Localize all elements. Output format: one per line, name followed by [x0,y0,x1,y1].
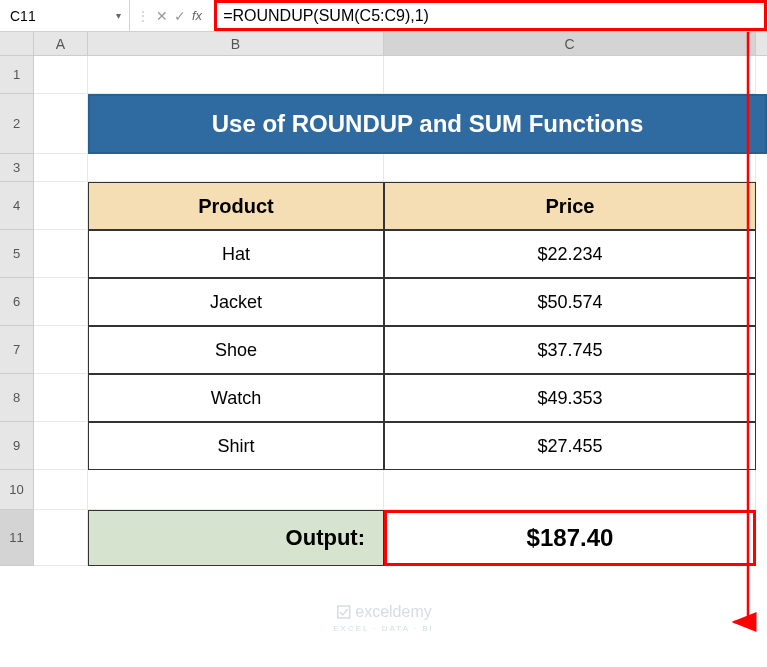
separator-icon: ⋮ [136,8,150,24]
row-2: 2 Use of ROUNDUP and SUM Functions [0,94,767,154]
cell-a11[interactable] [34,510,88,566]
product-name: Jacket [210,292,262,313]
header-product[interactable]: Product [88,182,384,230]
product-name: Watch [211,388,261,409]
cell-a4[interactable] [34,182,88,230]
row-9: 9 Shirt $27.455 [0,422,767,470]
row-header-8[interactable]: 8 [0,374,34,422]
cell-product-4[interactable]: Shirt [88,422,384,470]
row-8: 8 Watch $49.353 [0,374,767,422]
formula-text: =ROUNDUP(SUM(C5:C9),1) [223,7,429,25]
row-3: 3 [0,154,767,182]
header-price-text: Price [546,195,595,218]
accept-icon[interactable]: ✓ [174,8,186,24]
col-header-a[interactable]: A [34,32,88,55]
watermark: exceldemy [335,603,431,621]
cell-price-4[interactable]: $27.455 [384,422,756,470]
row-header-7[interactable]: 7 [0,326,34,374]
chevron-down-icon[interactable]: ▾ [116,10,121,21]
cell-a2[interactable] [34,94,88,154]
product-price: $49.353 [537,388,602,409]
name-box[interactable]: C11 ▾ [0,0,130,31]
output-label-text: Output: [286,525,365,551]
title-text: Use of ROUNDUP and SUM Functions [212,110,644,138]
product-name: Shoe [215,340,257,361]
cell-b3[interactable] [88,154,384,182]
product-price: $27.455 [537,436,602,457]
row-4: 4 Product Price [0,182,767,230]
cell-a7[interactable] [34,326,88,374]
cell-c1[interactable] [384,56,756,94]
cell-price-2[interactable]: $37.745 [384,326,756,374]
row-header-10[interactable]: 10 [0,470,34,510]
cell-a8[interactable] [34,374,88,422]
cell-price-1[interactable]: $50.574 [384,278,756,326]
row-header-2[interactable]: 2 [0,94,34,154]
row-7: 7 Shoe $37.745 [0,326,767,374]
row-header-9[interactable]: 9 [0,422,34,470]
cell-c10[interactable] [384,470,756,510]
cancel-icon[interactable]: ✕ [156,8,168,24]
col-header-b[interactable]: B [88,32,384,55]
row-header-5[interactable]: 5 [0,230,34,278]
cell-price-3[interactable]: $49.353 [384,374,756,422]
row-1: 1 [0,56,767,94]
output-value-cell[interactable]: $187.40 [384,510,756,566]
row-10: 10 [0,470,767,510]
output-value-text: $187.40 [527,524,614,552]
product-price: $37.745 [537,340,602,361]
formula-bar-icons: ⋮ ✕ ✓ fx [130,8,214,24]
row-header-3[interactable]: 3 [0,154,34,182]
cell-product-2[interactable]: Shoe [88,326,384,374]
header-product-text: Product [198,195,274,218]
cell-b1[interactable] [88,56,384,94]
formula-bar: C11 ▾ ⋮ ✕ ✓ fx =ROUNDUP(SUM(C5:C9),1) [0,0,767,32]
product-price: $50.574 [537,292,602,313]
row-header-1[interactable]: 1 [0,56,34,94]
cell-b10[interactable] [88,470,384,510]
cell-c3[interactable] [384,154,756,182]
cell-a10[interactable] [34,470,88,510]
row-5: 5 Hat $22.234 [0,230,767,278]
product-name: Hat [222,244,250,265]
cell-product-3[interactable]: Watch [88,374,384,422]
svg-rect-1 [337,606,349,618]
cell-a1[interactable] [34,56,88,94]
row-header-4[interactable]: 4 [0,182,34,230]
watermark-text: exceldemy [355,603,431,621]
product-price: $22.234 [537,244,602,265]
watermark-icon [335,604,351,620]
row-11: 11 Output: $187.40 [0,510,767,566]
row-header-11[interactable]: 11 [0,510,34,566]
cell-price-0[interactable]: $22.234 [384,230,756,278]
col-header-c[interactable]: C [384,32,756,55]
name-box-value: C11 [10,8,36,24]
cell-a6[interactable] [34,278,88,326]
product-name: Shirt [217,436,254,457]
output-label-cell[interactable]: Output: [88,510,384,566]
row-header-6[interactable]: 6 [0,278,34,326]
header-price[interactable]: Price [384,182,756,230]
cell-a5[interactable] [34,230,88,278]
title-cell[interactable]: Use of ROUNDUP and SUM Functions [88,94,767,154]
select-all-cell[interactable] [0,32,34,55]
cell-product-1[interactable]: Jacket [88,278,384,326]
formula-input[interactable]: =ROUNDUP(SUM(C5:C9),1) [214,0,767,31]
fx-label[interactable]: fx [192,8,208,23]
cell-a9[interactable] [34,422,88,470]
row-6: 6 Jacket $50.574 [0,278,767,326]
cell-product-0[interactable]: Hat [88,230,384,278]
spreadsheet-grid: 1 2 Use of ROUNDUP and SUM Functions 3 4… [0,56,767,566]
watermark-subtitle: EXCEL · DATA · BI [333,624,434,633]
column-headers: A B C [0,32,767,56]
cell-a3[interactable] [34,154,88,182]
